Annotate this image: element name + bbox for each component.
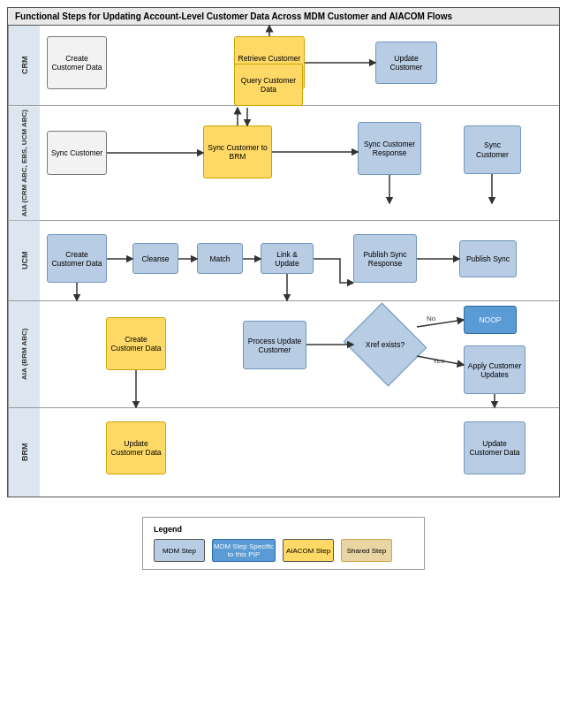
aia-sync-customer-box: Sync Customer [47, 131, 107, 175]
brm-abc-apply-box: Apply Customer Updates [464, 345, 525, 394]
lane-aia-brm-abc: AIA (BRM ABC) Create Customer Data Proce… [8, 301, 559, 408]
diagram-container: Functional Steps for Updating Account-Le… [7, 7, 560, 497]
svg-line-17 [417, 320, 464, 327]
legend-title: Legend [154, 525, 413, 534]
lane-label-crm: CRM [8, 26, 40, 105]
diagram-title: Functional Steps for Updating Account-Le… [8, 8, 559, 26]
legend-item-aiacom: AIACOM Step [283, 539, 334, 562]
lane-label-aia-brm-abc: AIA (BRM ABC) [8, 301, 40, 407]
legend-item-shared: Shared Step [341, 539, 392, 562]
lane-content-brm: Update Customer Data Update Customer Dat… [40, 408, 559, 497]
lane-brm: BRM Update Customer Data Update Customer… [8, 408, 559, 497]
aia-sync-customer2-box: Sync Customer [464, 125, 521, 174]
ucm-create-customer-box: Create Customer Data [47, 234, 107, 283]
lane-label-aia-abc: AIA (CRM ABC, EBS, UCM ABC) [8, 106, 40, 220]
legend-aiacom-box: AIACOM Step [283, 539, 334, 562]
legend-mdm-specific-box: MDM Step Specific to this PIP [212, 539, 276, 562]
lane-content-aia-brm-abc: Create Customer Data Process Update Cust… [40, 301, 559, 407]
aia-sync-response-box: Sync Customer Response [358, 122, 421, 175]
ucm-cleanse-box: Cleanse [132, 243, 178, 274]
svg-text:No: No [427, 315, 436, 322]
legend-box: Legend MDM Step MDM Step Specific to thi… [142, 517, 425, 570]
ucm-match-box: Match [197, 243, 243, 274]
lane-content-aia-abc: Sync Customer Sync Customer to BRM Query… [40, 106, 559, 203]
legend-mdm-box: MDM Step [154, 539, 205, 562]
legend-item-mdm: MDM Step [154, 539, 205, 562]
crm-update-customer-box: Update Customer [375, 42, 437, 84]
brm-update-right-box: Update Customer Data [464, 421, 525, 474]
brm-abc-xref-diamond: Xref exists? [353, 317, 417, 372]
legend-container: Legend MDM Step MDM Step Specific to thi… [0, 506, 567, 580]
lane-label-brm: BRM [8, 408, 40, 497]
lane-ucm: UCM Create Customer Data Cleanse Match L… [8, 221, 559, 301]
ucm-publish-sync-box: Publish Sync [459, 240, 517, 277]
aia-query-customer-box: Query Customer Data [234, 64, 303, 106]
ucm-link-update-box: Link & Update [261, 243, 314, 274]
ucm-publish-sync-response-box: Publish Sync Response [353, 234, 417, 283]
legend-items-row: MDM Step MDM Step Specific to this PIP A… [154, 539, 413, 562]
legend-item-mdm-specific: MDM Step Specific to this PIP [212, 539, 276, 562]
aia-sync-to-brm-box: Sync Customer to BRM [203, 125, 272, 178]
svg-line-19 [417, 356, 464, 365]
swim-lanes-area: CRM Create Customer Data Retrieve Custom… [8, 26, 559, 497]
svg-text:Yes: Yes [433, 357, 444, 365]
legend-shared-box: Shared Step [341, 539, 392, 562]
brm-update-left-box: Update Customer Data [106, 421, 166, 474]
lane-aia-abc: AIA (CRM ABC, EBS, UCM ABC) Sync Custome… [8, 106, 559, 221]
brm-abc-process-box: Process Update Customer [243, 321, 306, 369]
crm-create-customer-box: Create Customer Data [47, 36, 107, 89]
brm-abc-noop-box: NOOP [464, 306, 517, 334]
brm-abc-create-box: Create Customer Data [106, 317, 166, 370]
lane-content-ucm: Create Customer Data Cleanse Match Link … [40, 221, 559, 300]
lane-label-ucm: UCM [8, 221, 40, 300]
